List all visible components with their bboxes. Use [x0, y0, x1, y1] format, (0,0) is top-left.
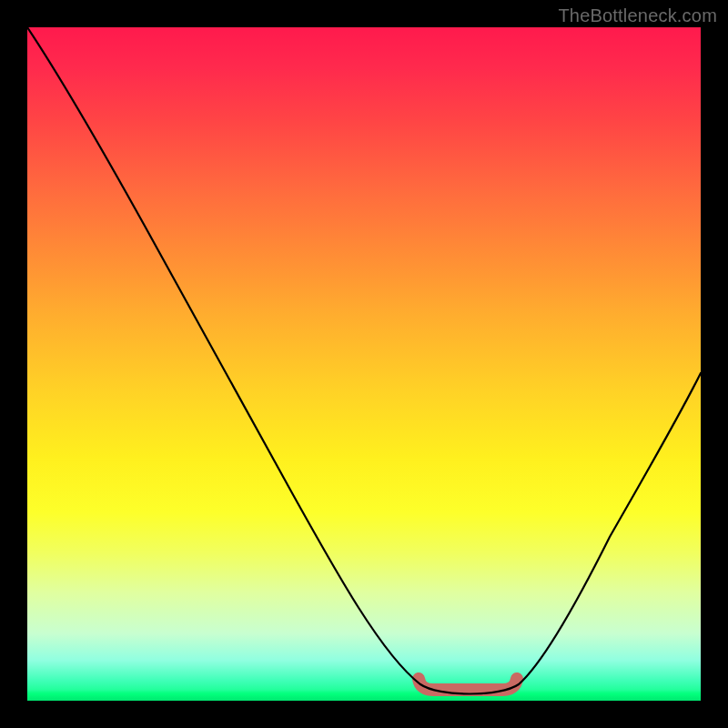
curve-path	[27, 27, 701, 694]
plot-area	[27, 27, 701, 701]
watermark-text: TheBottleneck.com	[558, 5, 717, 26]
bottleneck-curve	[27, 27, 701, 701]
chart-frame: TheBottleneck.com	[0, 0, 728, 728]
optimal-range-marker	[419, 679, 517, 690]
